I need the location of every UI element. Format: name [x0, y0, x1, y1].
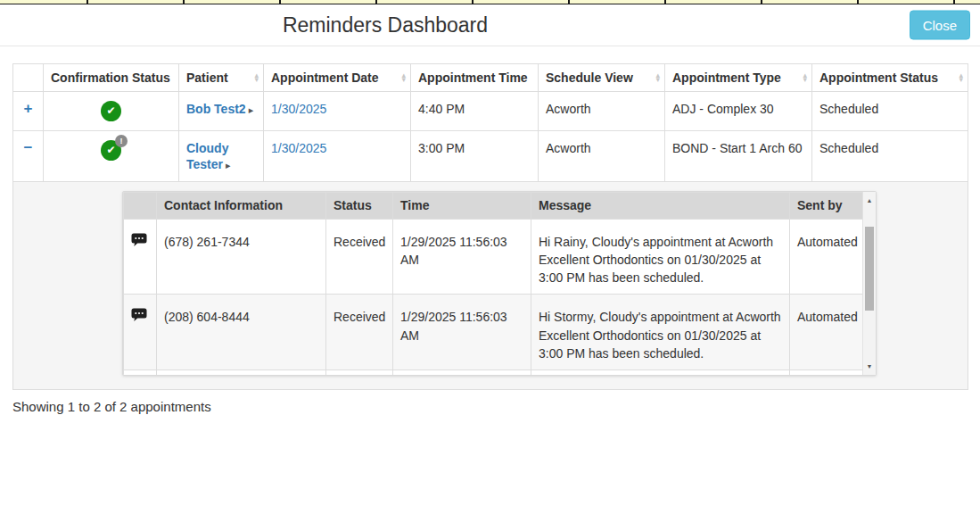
close-button[interactable]: Close: [910, 11, 970, 40]
message-row-partially-visible: [124, 370, 865, 377]
column-header-message-icon: [124, 193, 157, 219]
collapse-row-button[interactable]: −: [24, 140, 33, 155]
time-cell: 1/29/2025 11:56:03 AM: [393, 219, 531, 295]
column-header-time: Time: [393, 193, 531, 219]
status-cell: Received: [326, 219, 393, 295]
contact-cell: (678) 261-7344: [157, 219, 326, 295]
patient-name: Bob Test2: [186, 102, 246, 116]
sms-bubble-icon: [131, 233, 147, 248]
caret-right-icon: ▸: [226, 160, 231, 170]
column-header-appointment-status[interactable]: Appointment Status▴▾: [812, 64, 968, 92]
column-header-patient[interactable]: Patient▴▾: [179, 64, 264, 92]
patient-name: Cloudy Tester: [186, 141, 228, 171]
schedule-view-cell: Acworth: [539, 131, 665, 182]
appointment-time-cell: 3:00 PM: [411, 131, 539, 182]
column-header-status: Status: [326, 193, 393, 219]
sent-by-cell: Automated: [790, 295, 865, 370]
patient-link[interactable]: Cloudy Tester▸: [186, 141, 231, 171]
appointment-type-cell: BOND - Start 1 Arch 60: [665, 131, 812, 182]
appointment-status-cell: Scheduled: [812, 131, 968, 182]
appointment-time-cell: 4:40 PM: [411, 92, 539, 131]
expanded-detail-row: Contact Information Status Time Message …: [13, 182, 968, 390]
messages-table: Contact Information Status Time Message …: [123, 192, 865, 376]
column-label: Schedule View: [546, 71, 633, 85]
confirmation-status-indicator: ✔!: [101, 140, 121, 161]
sort-icon[interactable]: ▴▾: [401, 73, 406, 82]
confirmation-status-indicator: ✔: [101, 101, 121, 121]
appointment-type-cell: ADJ - Complex 30: [665, 92, 812, 131]
appointment-row: − ✔! Cloudy Tester▸ 1/30/2025 3:00 PM Ac…: [13, 131, 968, 182]
message-cell: Hi Rainy, Cloudy's appointment at Acwort…: [531, 219, 790, 295]
status-cell: Received: [326, 295, 393, 370]
column-header-schedule-view[interactable]: Schedule View▴▾: [539, 64, 665, 92]
appointment-status-cell: Scheduled: [812, 92, 968, 131]
appointment-row: + ✔ Bob Test2▸ 1/30/2025 4:40 PM Acworth…: [13, 92, 968, 131]
patient-link[interactable]: Bob Test2▸: [186, 102, 253, 116]
column-label: Appointment Time: [418, 71, 528, 85]
page-title: Reminders Dashboard: [283, 13, 488, 37]
confirmed-check-icon: ✔: [101, 101, 121, 121]
sort-icon[interactable]: ▴▾: [959, 73, 963, 82]
reminder-messages-panel: Contact Information Status Time Message …: [122, 191, 877, 376]
column-label: Confirmation Status: [51, 71, 170, 85]
column-header-message: Message: [531, 193, 790, 219]
messages-header-row: Contact Information Status Time Message …: [124, 193, 865, 219]
scroll-up-icon[interactable]: ▲: [863, 196, 876, 204]
time-cell: 1/29/2025 11:56:03 AM: [393, 295, 531, 370]
appointment-date-link[interactable]: 1/30/2025: [271, 141, 326, 155]
sort-icon[interactable]: ▴▾: [254, 73, 259, 82]
vertical-scrollbar[interactable]: ▲ ▼: [862, 192, 876, 375]
column-label: Appointment Type: [672, 71, 781, 85]
appointments-table: Confirmation Status Patient▴▾ Appointmen…: [12, 63, 968, 390]
column-header-appointment-time: Appointment Time: [411, 64, 539, 92]
column-label: Patient: [186, 71, 228, 85]
results-summary: Showing 1 to 2 of 2 appointments: [12, 399, 968, 414]
modal-header: Reminders Dashboard Close: [0, 4, 980, 46]
scrollbar-thumb[interactable]: [865, 227, 874, 311]
column-header-confirmation-status: Confirmation Status: [44, 64, 179, 92]
column-label: Appointment Status: [819, 71, 938, 85]
scroll-down-icon[interactable]: ▼: [863, 362, 876, 370]
sent-by-cell: Automated: [790, 219, 865, 295]
column-header-expander: [13, 64, 44, 92]
contact-cell: (208) 604-8444: [157, 295, 326, 370]
sms-bubble-icon: [131, 308, 147, 323]
column-header-contact-information: Contact Information: [157, 193, 326, 219]
column-label: Appointment Date: [271, 71, 379, 85]
alert-badge-icon: !: [115, 135, 128, 147]
table-header-row: Confirmation Status Patient▴▾ Appointmen…: [13, 64, 968, 92]
column-header-appointment-date[interactable]: Appointment Date▴▾: [264, 64, 411, 92]
message-cell: Hi Stormy, Cloudy's appointment at Acwor…: [531, 295, 790, 370]
message-row: (208) 604-8444 Received 1/29/2025 11:56:…: [124, 295, 865, 370]
expand-row-button[interactable]: +: [24, 101, 33, 116]
sort-icon[interactable]: ▴▾: [655, 73, 660, 82]
appointment-date-link[interactable]: 1/30/2025: [271, 102, 326, 116]
schedule-view-cell: Acworth: [539, 92, 665, 131]
modal-body: Confirmation Status Patient▴▾ Appointmen…: [0, 46, 980, 414]
message-row: (678) 261-7344 Received 1/29/2025 11:56:…: [124, 219, 865, 295]
sort-icon[interactable]: ▴▾: [803, 73, 807, 82]
caret-right-icon: ▸: [249, 104, 254, 115]
column-header-sent-by: Sent by: [790, 193, 865, 219]
column-header-appointment-type[interactable]: Appointment Type▴▾: [665, 64, 812, 92]
